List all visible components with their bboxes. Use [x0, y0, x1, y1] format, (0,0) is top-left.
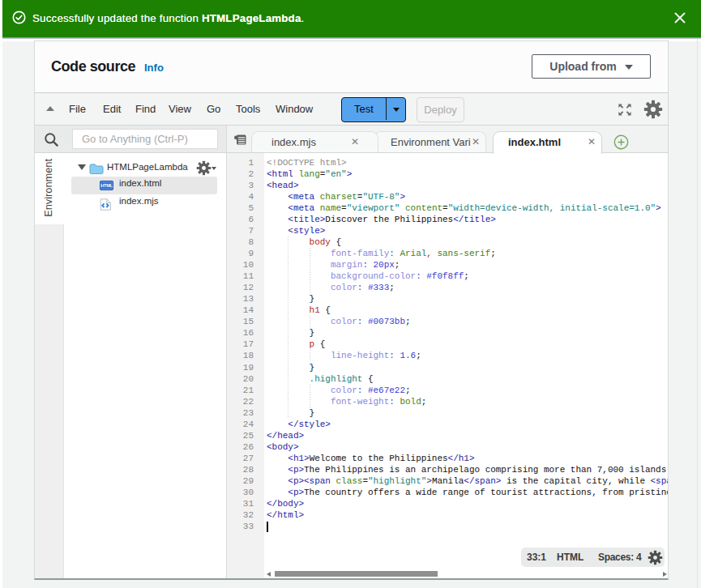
svg-text:HTML: HTML: [100, 183, 113, 188]
